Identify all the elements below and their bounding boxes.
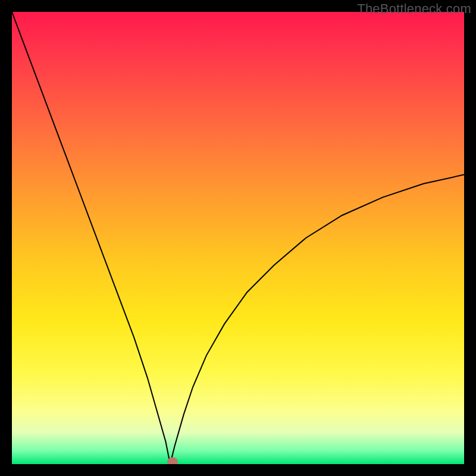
optimal-point-marker bbox=[167, 458, 178, 464]
plot-area bbox=[12, 12, 464, 464]
bottleneck-curve-path bbox=[12, 12, 464, 464]
curve-svg bbox=[12, 12, 464, 464]
chart-frame: TheBottleneck.com bbox=[0, 0, 476, 476]
